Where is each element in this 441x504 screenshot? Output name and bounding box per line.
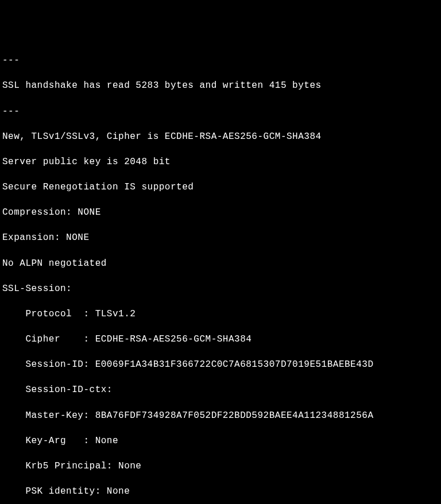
cipher-line: Cipher : ECDHE-RSA-AES256-GCM-SHA384 xyxy=(2,333,439,346)
session-id-line: Session-ID: E0069F1A34B31F366722C0C7A681… xyxy=(2,358,439,371)
session-id-ctx-line: Session-ID-ctx: xyxy=(2,383,439,396)
psk-identity-line: PSK identity: None xyxy=(2,485,439,498)
cipher-new-line: New, TLSv1/SSLv3, Cipher is ECDHE-RSA-AE… xyxy=(2,130,439,143)
separator-line: --- xyxy=(2,105,439,118)
public-key-line: Server public key is 2048 bit xyxy=(2,156,439,168)
krb5-line: Krb5 Principal: None xyxy=(2,460,439,472)
expansion-line: Expansion: NONE xyxy=(2,231,439,244)
ssl-session-header: SSL-Session: xyxy=(2,282,439,295)
ssl-handshake-line: SSL handshake has read 5283 bytes and wr… xyxy=(2,79,439,92)
protocol-line: Protocol : TLSv1.2 xyxy=(2,308,439,320)
alpn-line: No ALPN negotiated xyxy=(2,257,439,270)
key-arg-line: Key-Arg : None xyxy=(2,435,439,447)
renegotiation-line: Secure Renegotiation IS supported xyxy=(2,181,439,193)
compression-line: Compression: NONE xyxy=(2,206,439,219)
separator-line: --- xyxy=(2,54,439,67)
master-key-line: Master-Key: 8BA76FDF734928A7F052DF22BDD5… xyxy=(2,409,439,422)
